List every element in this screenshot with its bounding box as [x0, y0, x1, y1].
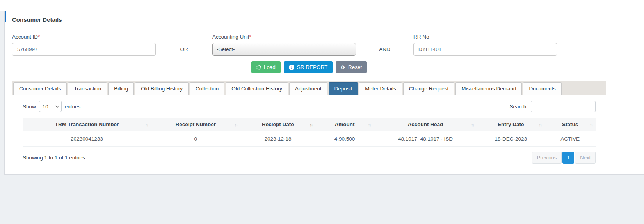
tab-billing[interactable]: Billing — [108, 82, 134, 95]
table-row: 2023004123302023-12-184,90,50048.1017~48… — [23, 131, 596, 147]
rr-no-label: RR No — [413, 34, 557, 40]
entries-info: Showing 1 to 1 of 1 entries — [23, 155, 85, 161]
page-title: Consumer Details — [12, 16, 62, 23]
accounting-unit-field-group: Accounting Unit* -Select- — [212, 34, 356, 56]
tab-old-billing-history[interactable]: Old Billing History — [135, 82, 189, 95]
sr-report-button[interactable]: ↓ SR REPORT — [284, 61, 333, 73]
table-cell: 48.1017~48.1017 - ISD — [374, 131, 477, 147]
column-header-amount[interactable]: Amount↑↓ — [315, 118, 374, 131]
refresh-icon: ⟳ — [341, 65, 345, 70]
reset-button[interactable]: ⟳ Reset — [336, 61, 367, 73]
tab-meter-details[interactable]: Meter Details — [359, 82, 402, 95]
card-header: Consumer Details — [5, 11, 644, 28]
tab-deposit[interactable]: Deposit — [329, 82, 358, 95]
tab-miscellaneous-demand[interactable]: Miscellaneous Demand — [455, 82, 522, 95]
tab-old-collection-history[interactable]: Old Collection History — [226, 82, 288, 95]
account-id-field-group: Account ID* — [12, 34, 156, 56]
tab-change-request[interactable]: Change Request — [403, 82, 454, 95]
search-form: Account ID* OR Accounting Unit* -Select-… — [12, 28, 637, 56]
consumer-details-card: Consumer Details Account ID* OR Accounti… — [4, 11, 644, 175]
table-controls: Show 10 entries Search: — [23, 101, 596, 112]
required-asterisk: * — [249, 34, 251, 40]
accounting-unit-label: Accounting Unit* — [212, 34, 356, 40]
column-header-entry-date[interactable]: Entry Date↑↓ — [477, 118, 544, 131]
sort-icon[interactable]: ↑↓ — [310, 122, 312, 127]
pagination: Previous 1 Next — [532, 152, 596, 164]
and-label: AND — [356, 43, 413, 56]
page-length-select[interactable]: 10 — [39, 101, 62, 112]
column-header-trm-transaction-number[interactable]: TRM Transaction Number↑↓ — [23, 118, 151, 131]
account-id-label: Account ID* — [12, 34, 156, 40]
sort-icon[interactable]: ↑↓ — [235, 122, 237, 127]
table-footer: Showing 1 to 1 of 1 entries Previous 1 N… — [23, 152, 596, 164]
column-header-receipt-number[interactable]: Receipt Number↑↓ — [151, 118, 240, 131]
search-input[interactable] — [531, 101, 596, 112]
required-asterisk: * — [38, 34, 40, 40]
rr-no-input[interactable] — [413, 43, 557, 56]
download-circle-icon: ↓ — [289, 65, 294, 70]
tab-bar: Consumer DetailsTransactionBillingOld Bi… — [12, 81, 606, 95]
tab-transaction[interactable]: Transaction — [68, 82, 107, 95]
sort-icon[interactable]: ↑↓ — [539, 122, 541, 127]
table-cell: 20230041233 — [23, 131, 151, 147]
next-page-button[interactable]: Next — [575, 152, 596, 164]
page-number-button[interactable]: 1 — [562, 152, 574, 164]
table-cell: 0 — [151, 131, 240, 147]
tab-consumer-details[interactable]: Consumer Details — [13, 82, 67, 95]
page-length-control: Show 10 entries — [23, 101, 80, 112]
accent-bar — [5, 11, 6, 22]
deposit-table: TRM Transaction Number↑↓Receipt Number↑↓… — [23, 118, 596, 147]
table-cell: 2023-12-18 — [240, 131, 315, 147]
search-control: Search: — [509, 101, 596, 112]
tab-panel: Consumer DetailsTransactionBillingOld Bi… — [12, 81, 606, 170]
deposit-tab-content: Show 10 entries Search: — [12, 95, 606, 170]
table-header-row: TRM Transaction Number↑↓Receipt Number↑↓… — [23, 118, 596, 131]
table-cell: 18-DEC-2023 — [477, 131, 544, 147]
load-button[interactable]: Load — [251, 61, 281, 73]
table-cell: 4,90,500 — [315, 131, 374, 147]
table-cell: ACTIVE — [544, 131, 596, 147]
tab-adjustment[interactable]: Adjustment — [289, 82, 327, 95]
previous-page-button[interactable]: Previous — [532, 152, 562, 164]
entries-label: entries — [65, 104, 81, 109]
sort-icon[interactable]: ↑↓ — [471, 122, 474, 127]
column-header-status[interactable]: Status↑↓ — [544, 118, 596, 131]
accounting-unit-select[interactable]: -Select- — [212, 43, 356, 56]
or-label: OR — [156, 43, 212, 56]
tab-documents[interactable]: Documents — [523, 82, 561, 95]
loading-spinner-icon — [256, 65, 261, 70]
column-header-reciept-date[interactable]: Reciept Date↑↓ — [240, 118, 315, 131]
show-label: Show — [23, 104, 36, 109]
rr-no-field-group: RR No — [413, 34, 557, 56]
tab-collection[interactable]: Collection — [190, 82, 224, 95]
search-label: Search: — [509, 104, 528, 109]
table-body: 2023004123302023-12-184,90,50048.1017~48… — [23, 131, 596, 147]
sort-icon[interactable]: ↑↓ — [368, 122, 371, 127]
action-buttons: Load ↓ SR REPORT ⟳ Reset — [12, 61, 606, 73]
top-whitespace-bar — [0, 0, 644, 11]
sort-icon[interactable]: ↑↓ — [145, 122, 148, 127]
column-header-account-head[interactable]: Account Head↑↓ — [374, 118, 477, 131]
sort-icon[interactable]: ↑↓ — [590, 122, 592, 127]
account-id-input[interactable] — [12, 43, 156, 56]
